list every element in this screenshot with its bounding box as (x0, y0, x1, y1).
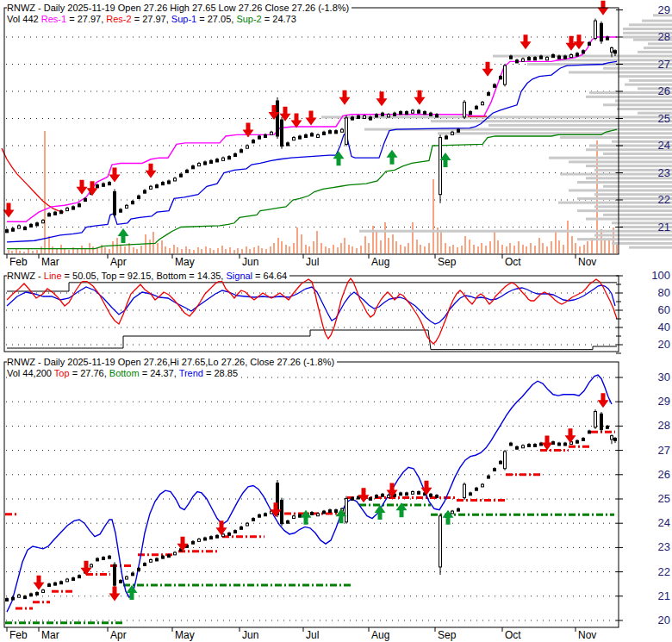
legend-text: = 27.97, (132, 14, 171, 24)
legend-text: = 24.37, (140, 368, 179, 378)
lower-chart-legend: Vol 44,200 Top = 27.76, Bottom = 24.37, … (7, 368, 240, 378)
month-label: May (175, 256, 195, 268)
chart-canvas[interactable] (0, 0, 672, 642)
price-axis-label: 28 (643, 419, 670, 432)
month-label: Apr (110, 256, 127, 268)
month-label: Sep (438, 629, 456, 641)
main-chart-legend: Vol 442 Res-1 = 27.97, Res-2 = 27.97, Su… (7, 14, 299, 24)
price-axis-label: 28 (643, 30, 670, 43)
header-text: RNWZ - (7, 271, 44, 281)
price-axis-label: 26 (643, 468, 670, 481)
oscillator-axis-label: 20 (643, 338, 670, 351)
legend-text: Sup-1 (171, 14, 196, 24)
oscillator-axis-label: 80 (643, 286, 670, 299)
month-label: Jun (242, 629, 258, 641)
legend-text: = 27.76, (70, 368, 109, 378)
month-label: Jul (306, 629, 319, 641)
legend-text: = 24.73 (262, 14, 296, 24)
price-axis-label: 22 (643, 193, 670, 206)
price-axis-label: 29 (643, 3, 670, 16)
month-label: Feb (9, 629, 28, 641)
month-label: Sep (438, 256, 456, 268)
oscillator-axis-label: 60 (643, 303, 670, 316)
price-axis-label: 27 (643, 58, 670, 71)
oscillator-title: RNWZ - Line = 50.05, Top = 92.15, Bottom… (7, 271, 289, 281)
legend-text: Top (54, 368, 70, 378)
oscillator-axis-label: 100 (643, 269, 670, 282)
legend-text: = 27.97, (66, 14, 106, 24)
price-axis-label: 25 (643, 112, 670, 125)
legend-text: Vol 44,200 (7, 368, 54, 378)
month-label: May (175, 629, 195, 641)
price-axis-label: 27 (643, 444, 670, 457)
lower-chart-title: RNWZ - Daily 2025-11-19 Open 27.26,Hi 27… (7, 357, 337, 367)
month-label: Jun (242, 256, 258, 268)
price-axis-label: 21 (643, 221, 670, 234)
header-text: = 50.05, Top = 92.15, Bottom = 14.35, (62, 271, 227, 281)
header-text: = 64.64 (252, 271, 287, 281)
main-chart-title: RNWZ - Daily 2025-11-19 Open 27.26 High … (7, 3, 352, 13)
month-label: Mar (41, 629, 59, 641)
month-label: Feb (9, 256, 28, 268)
stock-chart-application: RNWZ - Daily 2025-11-19 Open 27.26 High … (0, 0, 672, 642)
month-label: Aug (371, 629, 389, 641)
month-label: Mar (41, 256, 59, 268)
header-text: RNWZ - Daily 2025-11-19 Open 27.26,Hi 27… (7, 357, 334, 367)
month-label: Oct (505, 256, 521, 268)
price-axis-label: 30 (643, 371, 670, 383)
legend-text: = 27.05, (196, 14, 236, 24)
month-label: Aug (371, 256, 389, 268)
legend-text: Vol 442 (7, 14, 41, 24)
month-label: Jul (306, 256, 319, 268)
price-axis-label: 21 (643, 589, 670, 602)
price-axis-label: 24 (643, 139, 670, 152)
price-axis-label: 25 (643, 492, 670, 505)
oscillator-axis-label: 40 (643, 321, 670, 333)
price-axis-label: 24 (643, 516, 670, 529)
price-axis-label: 23 (643, 540, 670, 553)
legend-text: Bottom (109, 368, 140, 378)
price-axis-label: 22 (643, 565, 670, 578)
header-text: RNWZ - Daily 2025-11-19 Open 27.26 High … (7, 3, 349, 13)
legend-text: Res-2 (106, 14, 131, 24)
legend-text: = 28.85 (203, 368, 238, 378)
price-axis-label: 26 (643, 84, 670, 97)
month-label: Nov (578, 629, 596, 641)
price-axis-label: 23 (643, 166, 670, 179)
month-label: Apr (110, 629, 127, 641)
legend-text: Sup-2 (236, 14, 261, 24)
legend-text: Trend (179, 368, 203, 378)
month-label: Oct (505, 629, 521, 641)
month-label: Nov (578, 256, 596, 268)
price-axis-label: 20 (643, 614, 670, 626)
header-text: Signal (226, 271, 252, 281)
legend-text: Res-1 (41, 14, 66, 24)
price-axis-label: 29 (643, 395, 670, 408)
header-text: Line (44, 271, 62, 281)
